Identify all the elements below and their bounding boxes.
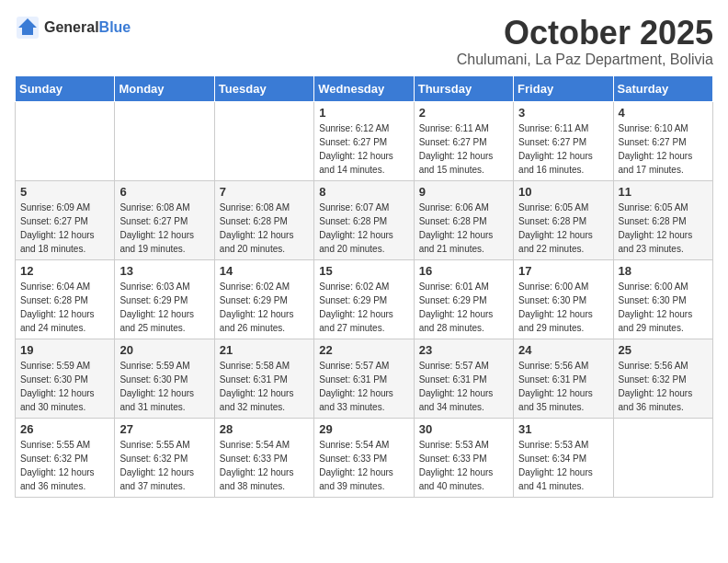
calendar-cell: 11Sunrise: 6:05 AMSunset: 6:28 PMDayligh… bbox=[613, 180, 712, 259]
day-header-monday: Monday bbox=[115, 75, 214, 101]
day-info: Sunrise: 6:00 AMSunset: 6:30 PMDaylight:… bbox=[619, 280, 708, 335]
calendar-cell: 9Sunrise: 6:06 AMSunset: 6:28 PMDaylight… bbox=[414, 180, 513, 259]
day-header-wednesday: Wednesday bbox=[314, 75, 414, 101]
calendar-cell: 24Sunrise: 5:56 AMSunset: 6:31 PMDayligh… bbox=[514, 339, 613, 418]
calendar-cell: 10Sunrise: 6:05 AMSunset: 6:28 PMDayligh… bbox=[514, 180, 613, 259]
day-info: Sunrise: 5:58 AMSunset: 6:31 PMDaylight:… bbox=[220, 359, 309, 414]
location-title: Chulumani, La Paz Department, Bolivia bbox=[457, 52, 713, 68]
week-row-5: 26Sunrise: 5:55 AMSunset: 6:32 PMDayligh… bbox=[16, 418, 713, 497]
day-number: 16 bbox=[419, 264, 508, 278]
calendar-cell: 12Sunrise: 6:04 AMSunset: 6:28 PMDayligh… bbox=[16, 259, 115, 339]
day-info: Sunrise: 5:56 AMSunset: 6:31 PMDaylight:… bbox=[518, 359, 608, 414]
calendar-table: SundayMondayTuesdayWednesdayThursdayFrid… bbox=[15, 75, 713, 498]
day-number: 2 bbox=[419, 106, 508, 120]
day-number: 21 bbox=[220, 343, 309, 357]
day-info: Sunrise: 6:05 AMSunset: 6:28 PMDaylight:… bbox=[518, 201, 608, 256]
calendar-cell bbox=[115, 101, 214, 180]
day-info: Sunrise: 5:55 AMSunset: 6:32 PMDaylight:… bbox=[119, 438, 209, 493]
day-number: 18 bbox=[619, 264, 708, 278]
week-row-4: 19Sunrise: 5:59 AMSunset: 6:30 PMDayligh… bbox=[16, 339, 713, 418]
calendar-cell: 27Sunrise: 5:55 AMSunset: 6:32 PMDayligh… bbox=[115, 418, 214, 497]
day-info: Sunrise: 6:00 AMSunset: 6:30 PMDaylight:… bbox=[518, 280, 608, 335]
day-number: 4 bbox=[619, 106, 708, 120]
day-info: Sunrise: 6:02 AMSunset: 6:29 PMDaylight:… bbox=[220, 280, 309, 335]
day-info: Sunrise: 5:55 AMSunset: 6:32 PMDaylight:… bbox=[20, 438, 109, 493]
day-header-friday: Friday bbox=[514, 75, 613, 101]
day-number: 26 bbox=[20, 422, 109, 436]
day-number: 27 bbox=[119, 422, 209, 436]
day-number: 7 bbox=[220, 185, 309, 199]
calendar-cell: 28Sunrise: 5:54 AMSunset: 6:33 PMDayligh… bbox=[214, 418, 313, 497]
calendar-cell: 30Sunrise: 5:53 AMSunset: 6:33 PMDayligh… bbox=[414, 418, 513, 497]
day-number: 15 bbox=[319, 264, 408, 278]
day-number: 11 bbox=[619, 185, 708, 199]
day-number: 14 bbox=[220, 264, 309, 278]
day-number: 13 bbox=[119, 264, 209, 278]
calendar-cell: 6Sunrise: 6:08 AMSunset: 6:27 PMDaylight… bbox=[115, 180, 214, 259]
day-header-saturday: Saturday bbox=[613, 75, 712, 101]
calendar-cell: 16Sunrise: 6:01 AMSunset: 6:29 PMDayligh… bbox=[414, 259, 513, 339]
day-number: 20 bbox=[119, 343, 209, 357]
day-info: Sunrise: 6:03 AMSunset: 6:29 PMDaylight:… bbox=[119, 280, 209, 335]
day-number: 19 bbox=[20, 343, 109, 357]
calendar-cell: 3Sunrise: 6:11 AMSunset: 6:27 PMDaylight… bbox=[514, 101, 613, 180]
day-number: 8 bbox=[319, 185, 408, 199]
day-info: Sunrise: 5:54 AMSunset: 6:33 PMDaylight:… bbox=[319, 438, 408, 493]
day-number: 1 bbox=[319, 106, 408, 120]
day-number: 3 bbox=[518, 106, 608, 120]
day-info: Sunrise: 6:09 AMSunset: 6:27 PMDaylight:… bbox=[20, 201, 109, 256]
day-info: Sunrise: 5:53 AMSunset: 6:33 PMDaylight:… bbox=[419, 438, 508, 493]
day-number: 10 bbox=[518, 185, 608, 199]
day-header-thursday: Thursday bbox=[414, 75, 513, 101]
day-number: 9 bbox=[419, 185, 508, 199]
logo-general: GeneralBlue bbox=[44, 19, 131, 36]
calendar-cell: 20Sunrise: 5:59 AMSunset: 6:30 PMDayligh… bbox=[115, 339, 214, 418]
calendar-cell: 19Sunrise: 5:59 AMSunset: 6:30 PMDayligh… bbox=[16, 339, 115, 418]
day-info: Sunrise: 6:08 AMSunset: 6:27 PMDaylight:… bbox=[119, 201, 209, 256]
calendar-cell: 5Sunrise: 6:09 AMSunset: 6:27 PMDaylight… bbox=[16, 180, 115, 259]
day-info: Sunrise: 5:57 AMSunset: 6:31 PMDaylight:… bbox=[419, 359, 508, 414]
day-info: Sunrise: 6:11 AMSunset: 6:27 PMDaylight:… bbox=[518, 121, 608, 177]
day-number: 30 bbox=[419, 422, 508, 436]
day-info: Sunrise: 6:07 AMSunset: 6:28 PMDaylight:… bbox=[319, 201, 408, 256]
day-number: 28 bbox=[220, 422, 309, 436]
day-number: 24 bbox=[518, 343, 608, 357]
day-info: Sunrise: 6:12 AMSunset: 6:27 PMDaylight:… bbox=[319, 121, 408, 177]
day-number: 17 bbox=[518, 264, 608, 278]
page-header: GeneralBlue October 2025 Chulumani, La P… bbox=[15, 15, 713, 68]
day-number: 6 bbox=[119, 185, 209, 199]
calendar-cell: 29Sunrise: 5:54 AMSunset: 6:33 PMDayligh… bbox=[314, 418, 414, 497]
day-header-sunday: Sunday bbox=[16, 75, 115, 101]
calendar-cell: 2Sunrise: 6:11 AMSunset: 6:27 PMDaylight… bbox=[414, 101, 513, 180]
day-number: 31 bbox=[518, 422, 608, 436]
day-info: Sunrise: 6:11 AMSunset: 6:27 PMDaylight:… bbox=[419, 121, 508, 177]
calendar-cell bbox=[16, 101, 115, 180]
calendar-cell: 21Sunrise: 5:58 AMSunset: 6:31 PMDayligh… bbox=[214, 339, 313, 418]
calendar-cell bbox=[613, 418, 712, 497]
calendar-cell: 22Sunrise: 5:57 AMSunset: 6:31 PMDayligh… bbox=[314, 339, 414, 418]
day-number: 5 bbox=[20, 185, 109, 199]
day-info: Sunrise: 6:05 AMSunset: 6:28 PMDaylight:… bbox=[619, 201, 708, 256]
day-number: 25 bbox=[619, 343, 708, 357]
calendar-cell bbox=[214, 101, 313, 180]
day-info: Sunrise: 6:02 AMSunset: 6:29 PMDaylight:… bbox=[319, 280, 408, 335]
calendar-cell: 8Sunrise: 6:07 AMSunset: 6:28 PMDaylight… bbox=[314, 180, 414, 259]
day-info: Sunrise: 6:06 AMSunset: 6:28 PMDaylight:… bbox=[419, 201, 508, 256]
week-row-1: 1Sunrise: 6:12 AMSunset: 6:27 PMDaylight… bbox=[16, 101, 713, 180]
calendar-cell: 25Sunrise: 5:56 AMSunset: 6:32 PMDayligh… bbox=[613, 339, 712, 418]
day-number: 12 bbox=[20, 264, 109, 278]
day-info: Sunrise: 6:01 AMSunset: 6:29 PMDaylight:… bbox=[419, 280, 508, 335]
week-row-3: 12Sunrise: 6:04 AMSunset: 6:28 PMDayligh… bbox=[16, 259, 713, 339]
calendar-cell: 14Sunrise: 6:02 AMSunset: 6:29 PMDayligh… bbox=[214, 259, 313, 339]
day-info: Sunrise: 5:54 AMSunset: 6:33 PMDaylight:… bbox=[220, 438, 309, 493]
day-info: Sunrise: 5:59 AMSunset: 6:30 PMDaylight:… bbox=[20, 359, 109, 414]
calendar-cell: 17Sunrise: 6:00 AMSunset: 6:30 PMDayligh… bbox=[514, 259, 613, 339]
day-info: Sunrise: 5:56 AMSunset: 6:32 PMDaylight:… bbox=[619, 359, 708, 414]
calendar-cell: 7Sunrise: 6:08 AMSunset: 6:28 PMDaylight… bbox=[214, 180, 313, 259]
calendar-cell: 1Sunrise: 6:12 AMSunset: 6:27 PMDaylight… bbox=[314, 101, 414, 180]
title-area: October 2025 Chulumani, La Paz Departmen… bbox=[457, 15, 713, 68]
calendar-cell: 4Sunrise: 6:10 AMSunset: 6:27 PMDaylight… bbox=[613, 101, 712, 180]
day-info: Sunrise: 5:57 AMSunset: 6:31 PMDaylight:… bbox=[319, 359, 408, 414]
logo-icon bbox=[15, 15, 40, 40]
logo: GeneralBlue bbox=[15, 15, 131, 40]
